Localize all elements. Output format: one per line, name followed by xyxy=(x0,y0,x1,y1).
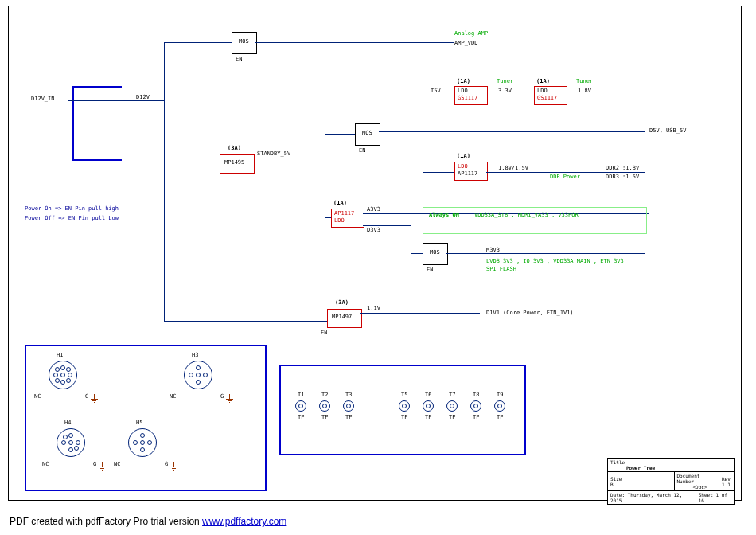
amp-vdd: AMP_VDD xyxy=(454,40,478,46)
mos-block-3v3: MOS xyxy=(423,243,448,265)
tp-t7 xyxy=(446,400,458,412)
schematic-sheet: D12V_IN D12V MOS EN Analog AMP AMP_VDD (… xyxy=(8,6,742,501)
ldo-ap1117-ddr: LDO AP1117 xyxy=(454,162,488,181)
tp-t3 xyxy=(343,400,354,412)
conn-h1 xyxy=(49,361,77,389)
conn-h4 xyxy=(57,428,85,457)
pdffactory-link[interactable]: www.pdffactory.com xyxy=(202,516,286,527)
mos-block-5v: MOS xyxy=(355,123,380,146)
tp-t9 xyxy=(494,400,505,412)
conn-h5 xyxy=(128,428,157,457)
note-power-on: Power On => EN Pin pull high xyxy=(25,205,119,212)
d5v-usb: D5V, USB_5V xyxy=(649,127,686,134)
note-power-off: Power Off => EN Pin pull Low xyxy=(25,215,119,221)
input-bracket xyxy=(72,86,122,161)
mp1495-block: MP1495 xyxy=(220,154,255,174)
tp-t2 xyxy=(319,400,330,412)
ldo-gs1117-33: LDO GS1117 xyxy=(454,86,488,105)
title-block: TitlePower Tree SizeB Document Number<Do… xyxy=(607,458,735,505)
tp-t6 xyxy=(423,400,434,412)
ap1117-block: AP1117 LDO xyxy=(331,209,364,228)
ldo-gs1117-18: LDO GS1117 xyxy=(534,86,567,105)
d12v-in-label: D12V_IN xyxy=(31,96,55,102)
m3v3: M3V3 xyxy=(486,247,500,253)
tp-t5 xyxy=(399,400,410,412)
d12v-label: D12V xyxy=(136,94,150,100)
tp-t1 xyxy=(295,400,306,412)
d1v1: D1V1 (Core Power, ETN_1V1) xyxy=(486,310,574,316)
conn-h3 xyxy=(184,361,212,389)
tp-t8 xyxy=(470,400,481,412)
analog-amp: Analog AMP xyxy=(454,30,488,37)
footer: PDF created with pdfFactory Pro trial ve… xyxy=(10,516,286,527)
mos-block-amp: MOS xyxy=(232,32,257,54)
mp1497-block: MP1497 xyxy=(327,309,362,328)
